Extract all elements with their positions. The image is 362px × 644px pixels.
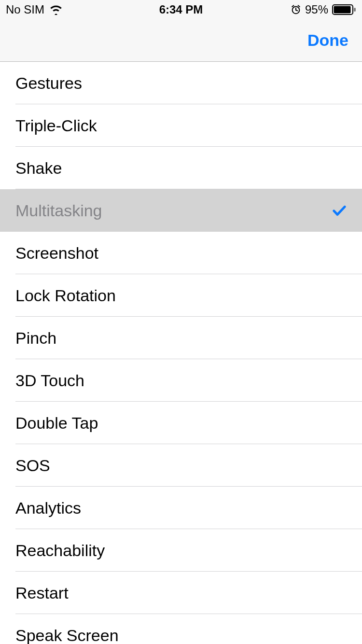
option-label: SOS xyxy=(15,456,50,475)
status-time: 6:34 PM xyxy=(159,3,203,16)
option-label: Double Tap xyxy=(15,414,98,433)
svg-line-3 xyxy=(292,5,293,7)
nav-bar: Done xyxy=(0,19,362,62)
option-row-double-tap[interactable]: Double Tap xyxy=(0,402,362,444)
option-row-shake[interactable]: Shake xyxy=(0,147,362,189)
svg-rect-7 xyxy=(354,8,356,12)
option-row-3d-touch[interactable]: 3D Touch xyxy=(0,359,362,402)
svg-line-2 xyxy=(296,10,297,11)
status-left: No SIM xyxy=(6,3,63,16)
option-label: Speak Screen xyxy=(15,626,119,644)
checkmark-icon xyxy=(331,202,348,219)
option-row-multitasking[interactable]: Multitasking xyxy=(0,189,362,232)
option-row-screenshot[interactable]: Screenshot xyxy=(0,232,362,274)
option-row-speak-screen[interactable]: Speak Screen xyxy=(0,614,362,644)
carrier-text: No SIM xyxy=(6,3,44,16)
status-right: 95% xyxy=(291,3,356,16)
option-label: Triple-Click xyxy=(15,116,97,135)
battery-percent: 95% xyxy=(305,3,328,16)
option-label: Restart xyxy=(15,584,69,602)
options-list: GesturesTriple-ClickShakeMultitaskingScr… xyxy=(0,62,362,644)
option-row-sos[interactable]: SOS xyxy=(0,444,362,487)
alarm-icon xyxy=(291,4,301,15)
option-label: 3D Touch xyxy=(15,371,84,390)
option-row-restart[interactable]: Restart xyxy=(0,572,362,614)
done-button[interactable]: Done xyxy=(307,31,348,50)
option-row-reachability[interactable]: Reachability xyxy=(0,529,362,572)
option-label: Reachability xyxy=(15,541,105,560)
option-row-analytics[interactable]: Analytics xyxy=(0,487,362,529)
option-label: Multitasking xyxy=(15,201,102,220)
option-label: Screenshot xyxy=(15,244,98,263)
option-row-pinch[interactable]: Pinch xyxy=(0,317,362,359)
option-label: Pinch xyxy=(15,329,56,348)
svg-line-4 xyxy=(298,5,300,7)
option-row-lock-rotation[interactable]: Lock Rotation xyxy=(0,274,362,317)
battery-icon xyxy=(332,4,356,15)
option-row-triple-click[interactable]: Triple-Click xyxy=(0,104,362,147)
option-label: Lock Rotation xyxy=(15,286,116,305)
option-label: Gestures xyxy=(15,74,82,93)
option-label: Analytics xyxy=(15,499,81,518)
option-row-gestures[interactable]: Gestures xyxy=(0,62,362,104)
option-label: Shake xyxy=(15,159,62,178)
wifi-icon xyxy=(49,4,63,15)
svg-rect-6 xyxy=(334,6,351,14)
status-bar: No SIM 6:34 PM 95% xyxy=(0,0,362,19)
